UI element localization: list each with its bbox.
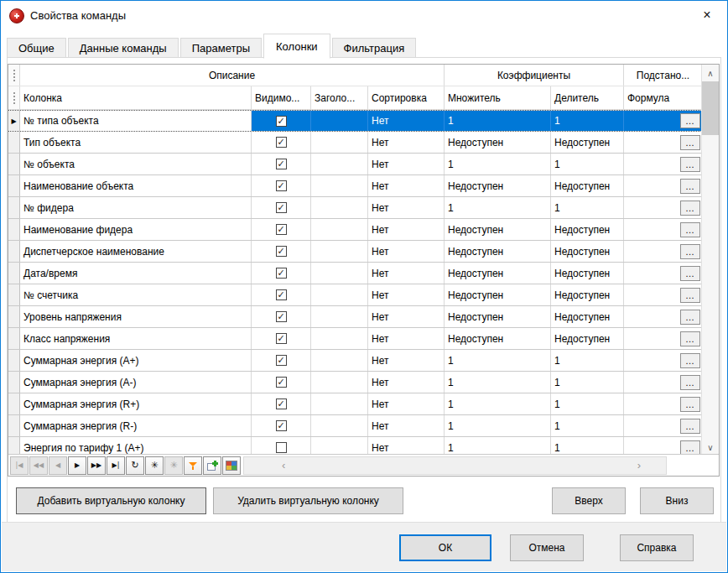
row-indicator-cell[interactable] [8, 241, 20, 262]
move-up-button[interactable]: Вверх [552, 487, 626, 514]
column-header-sort[interactable]: Сортировка [368, 86, 445, 110]
formula-cell[interactable]: … [624, 263, 702, 284]
divider-cell[interactable]: 1 [551, 350, 624, 371]
delete-virtual-column-button[interactable]: Удалить виртуальную колонку [213, 487, 403, 514]
sort-cell[interactable]: Нет [368, 111, 445, 131]
column-name-cell[interactable]: Суммарная энергия (R-) [20, 415, 252, 436]
vertical-scrollbar[interactable]: ∧ ∨ [701, 65, 719, 456]
formula-cell[interactable]: … [624, 306, 702, 327]
formula-cell[interactable]: … [624, 393, 702, 414]
row-indicator-cell[interactable] [8, 350, 20, 371]
column-name-cell[interactable]: Наименование фидера [20, 219, 252, 240]
divider-cell[interactable]: 1 [551, 111, 624, 131]
row-indicator-cell[interactable] [8, 284, 20, 305]
visible-cell[interactable]: ✓ [252, 111, 311, 131]
divider-cell[interactable]: Недоступен [551, 132, 624, 153]
sort-cell[interactable]: Нет [368, 372, 445, 393]
sort-cell[interactable]: Нет [368, 284, 445, 305]
formula-cell[interactable]: … [624, 219, 702, 240]
nav-insert-button[interactable]: ✳ [145, 456, 164, 475]
visible-cell[interactable]: ✓ [252, 284, 311, 305]
nav-last-button[interactable]: ▶| [107, 456, 125, 475]
divider-cell[interactable]: Недоступен [551, 284, 624, 305]
sort-cell[interactable]: Нет [368, 219, 445, 240]
formula-cell[interactable]: … [624, 284, 702, 305]
vertical-scrollbar-track[interactable] [702, 135, 719, 439]
divider-cell[interactable]: 1 [551, 197, 624, 218]
row-indicator-cell[interactable] [8, 415, 20, 436]
column-name-cell[interactable]: Суммарная энергия (R+) [20, 393, 252, 414]
horizontal-scrollbar[interactable]: ‹ › [243, 456, 667, 475]
visible-cell[interactable]: ✓ [252, 197, 311, 218]
divider-cell[interactable]: Недоступен [551, 175, 624, 196]
caption-cell[interactable] [311, 111, 368, 131]
formula-cell[interactable]: … [624, 111, 702, 131]
column-header-name[interactable]: Колонка [20, 86, 252, 110]
visible-checkbox[interactable]: ✓ [276, 224, 287, 235]
column-name-cell[interactable]: № фидера [20, 197, 252, 218]
caption-cell[interactable] [311, 197, 368, 218]
tab-command-data[interactable]: Данные команды [68, 38, 179, 58]
column-header-visible[interactable]: Видимо... [252, 86, 311, 110]
tab-general[interactable]: Общие [7, 38, 66, 58]
multiplier-cell[interactable]: Недоступен [445, 306, 551, 327]
caption-cell[interactable] [311, 219, 368, 240]
visible-cell[interactable]: ✓ [252, 306, 311, 327]
column-name-cell[interactable]: № счетчика [20, 284, 252, 305]
row-indicator-cell[interactable] [8, 175, 20, 196]
add-virtual-column-button[interactable]: Добавить виртуальную колонку [16, 487, 206, 514]
visible-checkbox[interactable]: ✓ [276, 398, 287, 409]
sort-cell[interactable]: Нет [368, 437, 445, 456]
visible-checkbox[interactable]: ✓ [276, 333, 287, 344]
visible-cell[interactable]: ✓ [252, 328, 311, 349]
caption-cell[interactable] [311, 437, 368, 456]
divider-cell[interactable]: Недоступен [551, 263, 624, 284]
multiplier-cell[interactable]: Недоступен [445, 132, 551, 153]
divider-cell[interactable]: Недоступен [551, 328, 624, 349]
multiplier-cell[interactable]: 1 [445, 393, 551, 414]
visible-cell[interactable]: ✓ [252, 219, 311, 240]
move-down-button[interactable]: Вниз [640, 487, 714, 514]
visible-checkbox[interactable]: ✓ [276, 159, 287, 169]
sort-cell[interactable]: Нет [368, 154, 445, 175]
visible-cell[interactable]: ✓ [252, 372, 311, 393]
multiplier-cell[interactable]: Недоступен [445, 263, 551, 284]
row-indicator-cell[interactable] [8, 197, 20, 218]
visible-checkbox[interactable]: ✓ [276, 355, 287, 366]
visible-checkbox[interactable]: ✓ [276, 116, 287, 127]
visible-checkbox[interactable] [276, 442, 287, 453]
column-name-cell[interactable]: № объекта [20, 154, 252, 175]
multiplier-cell[interactable]: Недоступен [445, 219, 551, 240]
caption-cell[interactable] [311, 284, 368, 305]
caption-cell[interactable] [311, 263, 368, 284]
row-indicator-cell[interactable] [8, 437, 20, 456]
formula-cell[interactable]: … [624, 328, 702, 349]
caption-cell[interactable] [311, 415, 368, 436]
formula-ellipsis-button[interactable]: … [680, 113, 700, 128]
visible-cell[interactable] [252, 437, 311, 456]
nav-next-page-button[interactable]: ▶▶ [87, 456, 106, 475]
row-indicator-cell[interactable] [8, 328, 20, 349]
multiplier-cell[interactable]: 1 [445, 111, 551, 131]
visible-cell[interactable]: ✓ [252, 415, 311, 436]
visible-checkbox[interactable]: ✓ [276, 246, 287, 257]
formula-ellipsis-button[interactable]: … [680, 310, 700, 325]
row-indicator-cell[interactable] [8, 263, 20, 284]
formula-ellipsis-button[interactable]: … [680, 201, 700, 216]
visible-cell[interactable]: ✓ [252, 350, 311, 371]
nav-save-layout-button[interactable] [203, 456, 221, 475]
multiplier-cell[interactable]: Недоступен [445, 175, 551, 196]
tab-parameters[interactable]: Параметры [180, 38, 262, 58]
cancel-button[interactable]: Отмена [510, 534, 584, 561]
multiplier-cell[interactable]: Недоступен [445, 241, 551, 262]
formula-ellipsis-button[interactable]: … [680, 353, 700, 368]
visible-checkbox[interactable]: ✓ [276, 377, 287, 388]
multiplier-cell[interactable]: 1 [445, 437, 551, 456]
multiplier-cell[interactable]: 1 [445, 372, 551, 393]
visible-cell[interactable]: ✓ [252, 241, 311, 262]
scroll-right-icon[interactable]: › [637, 459, 641, 471]
visible-checkbox[interactable]: ✓ [276, 202, 287, 213]
caption-cell[interactable] [311, 132, 368, 153]
sort-cell[interactable]: Нет [368, 197, 445, 218]
sort-cell[interactable]: Нет [368, 263, 445, 284]
